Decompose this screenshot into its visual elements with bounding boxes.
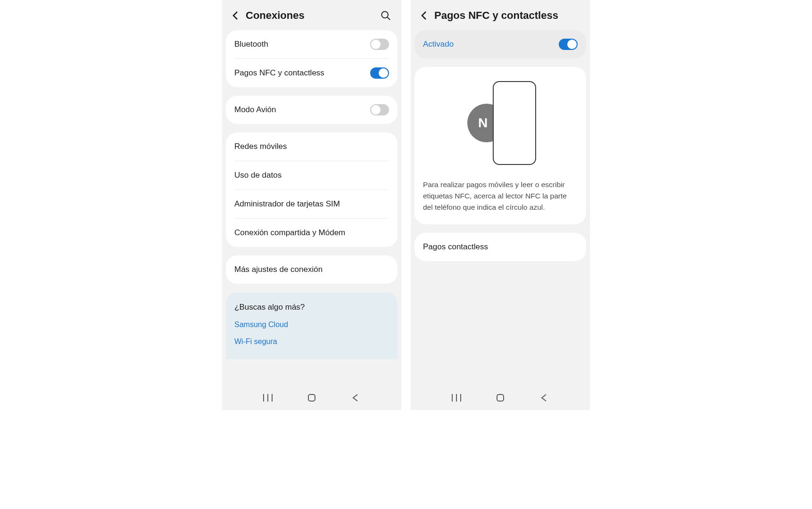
contactless-payments-label: Pagos contactless [423, 242, 488, 252]
bluetooth-label: Bluetooth [234, 40, 268, 49]
nfc-description: Para realizar pagos móviles y leer o esc… [423, 179, 578, 213]
link-samsung-cloud[interactable]: Samsung Cloud [234, 320, 389, 329]
nfc-toggle[interactable] [370, 67, 389, 79]
nav-back-icon[interactable] [349, 393, 362, 402]
suggestions-card: ¿Buscas algo más? Samsung Cloud Wi-Fi se… [226, 292, 398, 359]
row-data-usage[interactable]: Uso de datos [226, 161, 398, 189]
phone-outline-icon [493, 81, 536, 165]
search-icon[interactable] [381, 10, 391, 21]
back-icon[interactable] [232, 11, 238, 20]
header: Conexiones [222, 0, 401, 30]
activated-card: Activado [414, 30, 586, 58]
home-icon[interactable] [306, 393, 318, 402]
activated-toggle[interactable] [559, 39, 578, 50]
row-sim-manager[interactable]: Administrador de tarjetas SIM [226, 190, 398, 218]
row-activated[interactable]: Activado [414, 30, 586, 58]
group-wireless: Bluetooth Pagos NFC y contactless [226, 30, 398, 87]
data-usage-label: Uso de datos [234, 171, 282, 180]
sim-manager-label: Administrador de tarjetas SIM [234, 199, 340, 209]
page-title: Conexiones [246, 9, 373, 22]
svg-line-1 [388, 17, 390, 20]
airplane-toggle[interactable] [370, 104, 389, 115]
header: Pagos NFC y contactless [411, 0, 590, 30]
contactless-card: Pagos contactless [414, 233, 586, 261]
navigation-bar [411, 386, 590, 410]
connections-screen: Conexiones Bluetooth Pagos NFC y contact… [222, 0, 401, 410]
nfc-payments-screen: Pagos NFC y contactless Activado N Para … [411, 0, 590, 410]
mobile-networks-label: Redes móviles [234, 142, 287, 151]
svg-rect-5 [308, 394, 315, 401]
more-settings-label: Más ajustes de conexión [234, 265, 323, 274]
back-icon[interactable] [421, 11, 427, 20]
group-airplane: Modo Avión [226, 96, 398, 124]
row-more-settings[interactable]: Más ajustes de conexión [226, 255, 398, 284]
activated-label: Activado [423, 40, 454, 49]
link-wifi-secure[interactable]: Wi-Fi segura [234, 337, 389, 346]
recents-icon[interactable] [262, 393, 274, 402]
svg-point-0 [381, 11, 388, 18]
nfc-illustration-card: N Para realizar pagos móviles y leer o e… [414, 67, 586, 224]
bluetooth-toggle[interactable] [370, 39, 389, 50]
airplane-label: Modo Avión [234, 105, 276, 115]
group-networks: Redes móviles Uso de datos Administrador… [226, 132, 398, 247]
nfc-label: Pagos NFC y contactless [234, 68, 324, 78]
svg-rect-9 [497, 394, 504, 401]
row-mobile-networks[interactable]: Redes móviles [226, 132, 398, 161]
suggestions-title: ¿Buscas algo más? [234, 303, 389, 312]
home-icon[interactable] [494, 393, 506, 402]
row-contactless-payments[interactable]: Pagos contactless [414, 233, 586, 261]
page-title: Pagos NFC y contactless [434, 9, 580, 22]
row-bluetooth[interactable]: Bluetooth [226, 30, 398, 58]
row-airplane-mode[interactable]: Modo Avión [226, 96, 398, 124]
nav-back-icon[interactable] [538, 393, 550, 402]
tethering-label: Conexión compartida y Módem [234, 228, 345, 238]
row-nfc-payments[interactable]: Pagos NFC y contactless [226, 59, 398, 87]
navigation-bar [222, 386, 401, 410]
nfc-illustration: N [463, 81, 538, 166]
group-more: Más ajustes de conexión [226, 255, 398, 284]
row-tethering[interactable]: Conexión compartida y Módem [226, 219, 398, 247]
recents-icon[interactable] [450, 393, 463, 402]
